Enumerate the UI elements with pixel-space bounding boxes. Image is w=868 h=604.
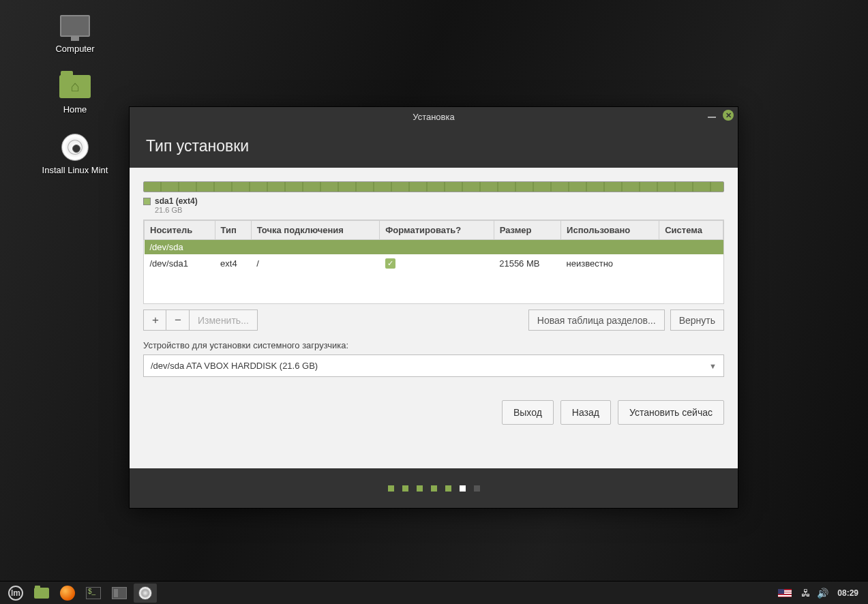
firefox-icon bbox=[60, 586, 75, 601]
bootloader-device-value: /dev/sda ATA VBOX HARDDISK (21.6 GB) bbox=[151, 361, 709, 371]
bootloader-device-select[interactable]: /dev/sda ATA VBOX HARDDISK (21.6 GB) ▼ bbox=[143, 354, 724, 377]
minimize-icon[interactable] bbox=[708, 117, 716, 118]
col-used[interactable]: Использовано bbox=[561, 221, 659, 240]
cell-size: 21556 MB bbox=[494, 254, 560, 272]
legend-partition-name: sda1 (ext4) bbox=[155, 196, 198, 206]
files-icon bbox=[112, 587, 127, 599]
installer-content: sda1 (ext4) 21.6 GB Носитель Тип Точка п… bbox=[130, 168, 738, 468]
desktop-icon-label: Home bbox=[63, 104, 87, 115]
installer-window: Установка ✕ Тип установки sda1 (ext4) 21… bbox=[129, 106, 738, 509]
step-dot bbox=[402, 485, 408, 492]
desktop-icon-label: Install Linux Mint bbox=[42, 165, 108, 175]
chevron-down-icon: ▼ bbox=[709, 362, 717, 370]
partition-row[interactable]: /dev/sda1 ext4 / ✓ 21556 MB неизвестно bbox=[145, 254, 723, 272]
back-button[interactable]: Назад bbox=[560, 400, 611, 425]
terminal-icon: $_ bbox=[86, 587, 101, 599]
show-desktop-button[interactable] bbox=[30, 584, 53, 603]
desktop-icon-label: Computer bbox=[55, 44, 94, 54]
cell-used: неизвестно bbox=[561, 254, 659, 272]
disk-legend: sda1 (ext4) 21.6 GB bbox=[143, 196, 724, 214]
files-launcher[interactable] bbox=[108, 584, 131, 603]
step-dot-current bbox=[460, 485, 466, 492]
remove-partition-button[interactable]: − bbox=[166, 309, 190, 331]
checkmark-icon[interactable]: ✓ bbox=[385, 258, 395, 269]
legend-swatch bbox=[143, 198, 151, 205]
window-title: Установка bbox=[413, 112, 454, 122]
step-dot bbox=[445, 485, 451, 492]
desktop-icon-computer[interactable]: Computer bbox=[7, 12, 143, 54]
home-folder-icon bbox=[59, 75, 91, 98]
partition-table[interactable]: Носитель Тип Точка подключения Форматиро… bbox=[144, 220, 723, 272]
disc-icon bbox=[61, 134, 89, 161]
cell-format: ✓ bbox=[380, 254, 494, 272]
cell-device: /dev/sda1 bbox=[145, 254, 215, 272]
cell-type: ext4 bbox=[215, 254, 251, 272]
revert-button[interactable]: Вернуть bbox=[670, 309, 724, 331]
us-flag-icon bbox=[778, 589, 792, 597]
installer-header: Тип установки bbox=[130, 126, 738, 168]
footer-buttons: Выход Назад Установить сейчас bbox=[143, 400, 724, 425]
terminal-launcher[interactable]: $_ bbox=[82, 584, 105, 603]
partition-table-wrapper: Носитель Тип Точка подключения Форматиро… bbox=[143, 220, 724, 304]
menu-button[interactable]: lm bbox=[4, 584, 27, 603]
col-mount[interactable]: Точка подключения bbox=[251, 221, 380, 240]
change-partition-button[interactable]: Изменить... bbox=[190, 309, 258, 331]
titlebar[interactable]: Установка ✕ bbox=[130, 107, 738, 126]
disk-usage-bar[interactable] bbox=[143, 181, 724, 192]
taskbar-item-installer[interactable] bbox=[134, 584, 157, 603]
computer-icon bbox=[60, 15, 90, 37]
network-icon[interactable]: 🖧 bbox=[799, 588, 813, 599]
disk-row-label: /dev/sda bbox=[145, 240, 723, 255]
disc-icon bbox=[138, 586, 152, 600]
col-size[interactable]: Размер bbox=[494, 221, 560, 240]
install-now-button[interactable]: Установить сейчас bbox=[618, 400, 724, 425]
col-type[interactable]: Тип bbox=[215, 221, 251, 240]
mint-logo-icon: lm bbox=[8, 586, 23, 601]
quit-button[interactable]: Выход bbox=[502, 400, 554, 425]
volume-icon[interactable]: 🔊 bbox=[815, 588, 829, 599]
add-partition-button[interactable]: + bbox=[143, 309, 166, 331]
cell-mount: / bbox=[251, 254, 380, 272]
step-dot bbox=[417, 485, 423, 492]
clock[interactable]: 08:29 bbox=[832, 588, 864, 598]
firefox-launcher[interactable] bbox=[56, 584, 79, 603]
col-system[interactable]: Система bbox=[659, 221, 723, 240]
desktop-icon-home[interactable]: Home bbox=[7, 73, 143, 115]
desktop-icons: Computer Home Install Linux Mint bbox=[7, 12, 143, 194]
col-device[interactable]: Носитель bbox=[145, 221, 215, 240]
desktop-icon-install[interactable]: Install Linux Mint bbox=[7, 134, 143, 175]
step-dot bbox=[431, 485, 437, 492]
disk-row[interactable]: /dev/sda bbox=[145, 240, 723, 255]
step-dot bbox=[474, 485, 480, 492]
col-format[interactable]: Форматировать? bbox=[380, 221, 494, 240]
legend-partition-size: 21.6 GB bbox=[155, 206, 198, 214]
folder-icon bbox=[34, 588, 49, 599]
cell-system bbox=[659, 254, 723, 272]
step-dot bbox=[388, 485, 394, 492]
progress-indicator bbox=[130, 468, 738, 508]
partition-toolbar: + − Изменить... Новая таблица разделов..… bbox=[143, 309, 724, 331]
page-title: Тип установки bbox=[146, 137, 721, 155]
keyboard-layout-indicator[interactable] bbox=[773, 584, 796, 603]
new-partition-table-button[interactable]: Новая таблица разделов... bbox=[528, 309, 665, 331]
taskbar: lm $_ 🖧 🔊 08:29 bbox=[0, 581, 868, 604]
close-icon[interactable]: ✕ bbox=[723, 110, 734, 121]
bootloader-label: Устройство для установки системного загр… bbox=[143, 340, 724, 350]
